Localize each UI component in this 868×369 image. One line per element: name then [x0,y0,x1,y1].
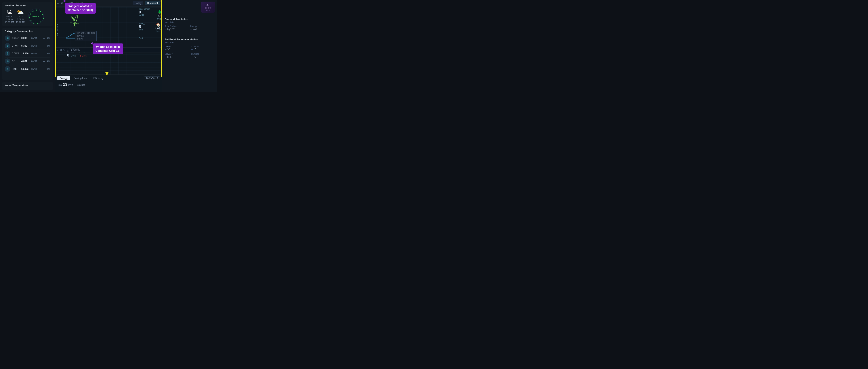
total-carbon-metric: Total Carbon 0 kgCO₂ [139,8,150,16]
bottom-tabs-area: Energy Cooling Load Efficiency 2024-08-1… [55,75,162,92]
tab-historical-btn[interactable]: Historical [145,1,160,5]
weather-humidity-2: 5.39 % [17,18,24,21]
cdwp-icon: 🗄 [5,51,10,56]
svg-marker-12 [161,0,162,2]
chwp-unit: kW/RT [31,45,38,47]
chwp-value: 5.390 [21,45,30,47]
chiller-icon: ⊞ [5,35,10,41]
weather-temp-2: 0.00 °C [17,16,24,18]
dimension-tooltip: 组件宽度：40.0 列格 组件高： 容器内 [75,31,97,41]
weather-time-2: 13.26 AM [16,21,25,23]
sub-edit-icon[interactable]: ✏ [57,49,59,52]
svg-point-9 [29,17,30,18]
house-icon: 🏠 [156,23,160,27]
plant-unit: kW/RT [31,68,38,70]
svg-point-6 [37,23,38,24]
demand-carbon-value: – kgCO2 [165,27,189,31]
tab-cooling-btn[interactable]: Cooling Load [71,76,90,80]
svg-point-1 [36,10,37,11]
plant-svg [67,12,82,27]
total-unit: kWh [68,84,73,86]
demand-carbon-label: Total Carbon [165,25,189,27]
trees-metric: 🌲 53 trees [157,10,162,20]
svg-point-11 [32,11,33,12]
right-panel: AI EnOS ⠿⠿⠿ Demand Prediction Next 24hr … [162,0,217,92]
category-title: Category Consumption [5,30,50,33]
house-value: 4.681 [155,27,162,30]
left-panel: Weather Forecast 🌤 0.00 °C 5.39 % 13.26 … [0,0,55,92]
more-icon[interactable]: ··· [65,2,67,5]
ct-name: CT [12,60,20,63]
chiller-value: 0.000 [21,37,30,39]
sub-settings-icon[interactable]: ⚙ [60,49,62,52]
plant-dash: – [43,67,45,70]
cdwst-value: – °C [191,48,214,51]
divider-1 [165,36,214,36]
energy-unit: kWh [139,29,150,31]
edit-icon[interactable]: ✏ [57,2,59,5]
gauge-area: 0.00 °C [28,8,44,24]
sub-more-icon[interactable]: ··· [66,49,68,52]
main-grid: ✏ ⚙ ··· 容器 vement Today Historical [55,0,162,75]
plant-sec: kW [47,68,50,70]
set-point-section: Set Point Recommendation Next 24hr CHWST… [165,38,214,59]
list-item: 🗄 CDWP 13.260 kW/RT – kW [5,50,50,57]
list-item: ⊞ Chiller 0.000 kW/RT – kW [5,34,50,42]
dim-height: 组件高： [77,34,95,37]
middle-panel: Widget Located in Container Grid(0,0) ✏ … [55,0,162,92]
dim-width: 组件宽度：40.0 列格 [77,32,95,34]
dim-container: 容器内 [77,37,95,40]
ai-decoration: ⠿⠿⠿ [206,9,210,11]
tab-efficiency-btn[interactable]: Efficiency [91,76,106,80]
svg-point-10 [30,13,31,15]
energy-value: 5 [139,25,150,29]
weather-card-1: 🌤 0.00 °C 5.39 % 13.26 AM [5,9,14,23]
savings-row: Total 13 kWh Savings [57,82,160,87]
highlight-top [55,0,162,0]
cdwst-item: CDWST – °C [191,45,214,51]
total-value: 13 [63,82,67,87]
svg-point-2 [40,11,41,12]
cdwp-unit: kW/RT [31,53,38,55]
mwh-unit: MWh [71,55,76,57]
cdwp-dash: – [43,52,45,55]
performance-label: Performance [56,24,59,35]
chwst-item: CHWST – °C [165,45,188,51]
cdwp-sec: kW [47,52,50,55]
tab-energy-btn[interactable]: Energy [57,76,70,80]
weather-title: Weather Forecast [5,4,50,7]
svg-point-0 [29,10,43,24]
svg-point-7 [33,23,34,24]
demand-prediction-title: Demand Prediction [165,18,214,21]
dot-mid [91,42,93,45]
ct-icon: ⊟ [5,58,10,64]
cdwp-name: CDWP [12,52,20,55]
demand-energy-value: – kWh [190,27,214,31]
weather-cards: 🌤 0.00 °C 5.39 % 13.26 AM ⛅ 0.00 °C 5.39… [5,9,25,23]
total-carbon-unit: kgCO₂ [139,14,150,16]
settings-icon[interactable]: ⚙ [61,2,63,5]
trees-icon: 🌲 [157,10,162,14]
sub-refresh-icon[interactable]: ↻ [63,49,65,52]
trees-unit: trees [157,18,162,20]
highlight-right [161,0,162,77]
tab-today-btn[interactable]: Today [133,1,144,5]
demand-prediction-sub: Next 24hr [165,21,214,24]
metrics-area: Total Carbon 0 kgCO₂ 🌲 53 trees Energy 5… [139,8,150,39]
chwp-name: CHWP [12,45,20,47]
svg-point-8 [30,20,31,21]
svg-point-3 [42,14,43,15]
chwdp-item: CHWDP – kPa [165,53,188,59]
svg-point-5 [40,22,41,23]
weather-icon-1: 🌤 [6,9,12,15]
arrow-down-icon [105,72,108,77]
chiller-unit: kW/RT [31,37,38,39]
trees-value: 53 [158,14,161,18]
plant-area [67,12,82,27]
list-item: ❄ CHWP 5.390 kW/RT – kW [5,42,50,50]
toolbar-container-label: 容器 [69,2,73,5]
category-list: ⊞ Chiller 0.000 kW/RT – kW ❄ CHWP 5.390 … [5,34,50,73]
gauge-svg [29,9,44,25]
set-point-title: Set Point Recommendation [165,38,214,41]
ct-dash: – [43,60,45,63]
